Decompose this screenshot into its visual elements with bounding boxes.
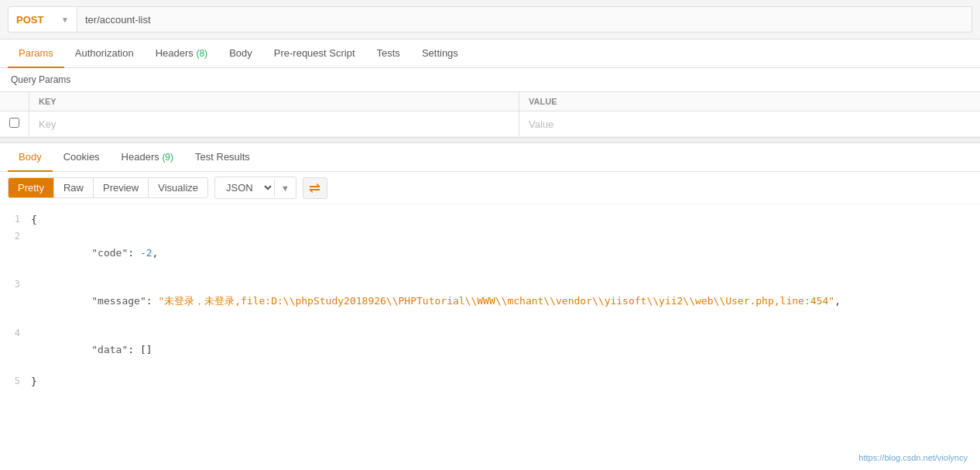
row-checkbox[interactable] — [9, 118, 19, 128]
code-line-4: 4 "data": [] — [0, 326, 980, 374]
wrap-button[interactable]: ⇌ — [303, 177, 327, 199]
code-line-1: 1 { — [0, 212, 980, 229]
value-column-header: VALUE — [519, 92, 981, 111]
response-body-code: 1 { 2 "code": -2, 3 "message": "未登录，未登录,… — [0, 204, 980, 399]
format-group: Pretty Raw Preview Visualize — [8, 177, 208, 198]
query-params-label: Query Params — [0, 68, 980, 92]
format-bar: Pretty Raw Preview Visualize JSON XML HT… — [0, 172, 980, 204]
tab-authorization[interactable]: Authorization — [64, 39, 145, 68]
url-input[interactable] — [77, 6, 972, 33]
format-pretty[interactable]: Pretty — [9, 178, 54, 197]
tab-response-body[interactable]: Body — [8, 143, 53, 172]
tab-response-headers[interactable]: Headers (9) — [111, 143, 184, 172]
code-line-3: 3 "message": "未登录，未登录,file:D:\\phpStudy2… — [0, 277, 980, 325]
key-cell[interactable]: Key — [29, 111, 519, 137]
url-bar: POST ▼ — [0, 0, 980, 39]
tab-body[interactable]: Body — [218, 39, 263, 68]
tab-response-cookies[interactable]: Cookies — [53, 143, 111, 172]
format-raw[interactable]: Raw — [54, 178, 94, 197]
json-chevron-icon: ▼ — [274, 180, 296, 197]
tab-test-results[interactable]: Test Results — [184, 143, 261, 172]
value-cell[interactable]: Value — [519, 111, 981, 137]
response-headers-badge: (9) — [162, 152, 173, 163]
wrap-icon: ⇌ — [309, 180, 320, 197]
key-column-header: KEY — [29, 92, 519, 111]
method-select[interactable]: POST ▼ — [8, 6, 77, 33]
method-label: POST — [16, 14, 43, 26]
code-line-2: 2 "code": -2, — [0, 229, 980, 277]
section-divider — [0, 137, 980, 143]
tab-prerequest[interactable]: Pre-request Script — [263, 39, 366, 68]
tab-tests[interactable]: Tests — [366, 39, 411, 68]
tab-headers[interactable]: Headers (8) — [145, 39, 218, 68]
headers-badge: (8) — [196, 48, 207, 59]
code-line-5: 5 } — [0, 374, 980, 391]
tab-params[interactable]: Params — [8, 39, 64, 68]
tab-settings[interactable]: Settings — [411, 39, 469, 68]
table-row: Key Value — [0, 111, 980, 137]
query-params-table: KEY VALUE Key Value — [0, 92, 980, 137]
request-tabs: Params Authorization Headers (8) Body Pr… — [0, 39, 980, 68]
json-type-select[interactable]: JSON XML HTML Text — [215, 177, 274, 198]
method-chevron-icon: ▼ — [61, 15, 69, 24]
format-preview[interactable]: Preview — [94, 178, 149, 197]
json-type-select-wrap: JSON XML HTML Text ▼ — [214, 177, 296, 199]
format-visualize[interactable]: Visualize — [149, 178, 207, 197]
response-tabs: Body Cookies Headers (9) Test Results — [0, 143, 980, 172]
check-column — [0, 92, 29, 111]
row-checkbox-cell — [0, 111, 29, 137]
